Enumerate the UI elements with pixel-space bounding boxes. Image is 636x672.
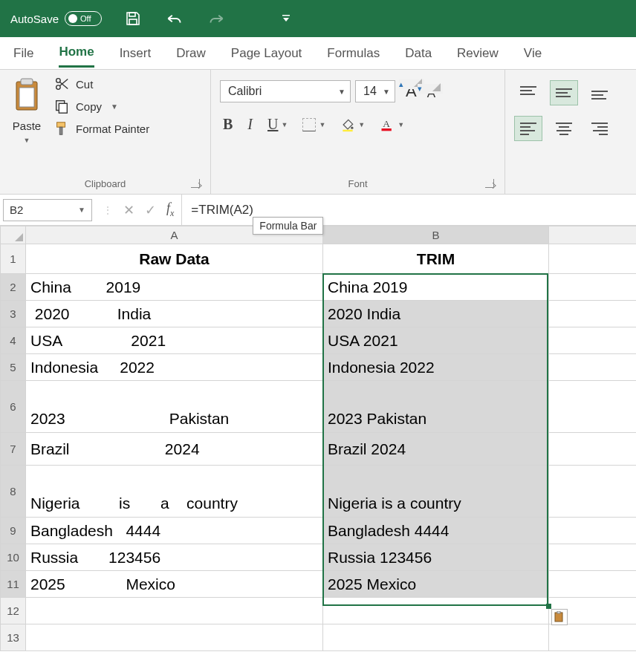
row-header[interactable]: 2	[1, 274, 26, 301]
cell[interactable]	[549, 354, 637, 381]
cell[interactable]	[549, 244, 637, 274]
cell[interactable]	[549, 327, 637, 354]
font-name-combo[interactable]: Calibri ▼	[220, 80, 351, 102]
col-header-c[interactable]	[549, 226, 637, 244]
chevron-down-icon[interactable]: ▼	[111, 102, 118, 111]
increase-font-button[interactable]: A▴	[406, 82, 417, 101]
dialog-launcher-icon[interactable]	[485, 179, 494, 188]
autosave-toggle[interactable]: AutoSave Off	[10, 11, 102, 26]
cell[interactable]	[549, 544, 637, 571]
formula-input[interactable]: =TRIM(A2) Formula Bar	[181, 195, 636, 225]
tab-home[interactable]: Home	[59, 39, 94, 68]
fill-color-button[interactable]: ▼	[340, 117, 365, 132]
cell[interactable]	[549, 301, 637, 327]
cell[interactable]: 2023 Pakistan	[323, 381, 549, 433]
fx-icon[interactable]: fx	[166, 200, 174, 219]
align-top-button[interactable]	[514, 80, 542, 105]
svg-rect-19	[555, 613, 562, 622]
format-painter-button[interactable]: Format Painter	[53, 120, 149, 137]
cell[interactable]: 2020 India	[26, 301, 323, 327]
border-button[interactable]: ▼	[302, 118, 325, 131]
cell-b1[interactable]: TRIM	[323, 244, 549, 274]
cut-button[interactable]: Cut	[53, 76, 149, 92]
cell[interactable]: 2020 India	[323, 301, 549, 327]
tab-review[interactable]: Review	[457, 40, 499, 67]
col-header-b[interactable]: B	[323, 226, 549, 244]
cell[interactable]: Brazil 2024	[26, 433, 323, 466]
accept-formula-icon[interactable]: ✓	[145, 202, 156, 218]
cell[interactable]: Russia 123456	[323, 544, 549, 571]
paste-button[interactable]: Paste ▼	[9, 76, 45, 146]
tab-data[interactable]: Data	[405, 40, 432, 67]
undo-icon[interactable]	[164, 8, 185, 29]
decrease-font-button[interactable]: A▾	[427, 86, 435, 101]
cell[interactable]: Nigeria is a country	[323, 466, 549, 518]
align-left-button[interactable]	[514, 116, 542, 141]
cell[interactable]: China 2019	[26, 274, 323, 301]
underline-button[interactable]: U▼	[267, 116, 288, 133]
svg-rect-5	[21, 79, 33, 85]
row-header[interactable]: 13	[1, 624, 26, 651]
row-header[interactable]: 10	[1, 544, 26, 571]
bold-button[interactable]: B	[223, 116, 233, 133]
row-header[interactable]: 4	[1, 327, 26, 354]
cell[interactable]: USA 2021	[323, 327, 549, 354]
align-middle-button[interactable]	[550, 80, 578, 105]
cell[interactable]: Indonesia 2022	[323, 354, 549, 381]
cell[interactable]	[549, 466, 637, 518]
cell[interactable]: 2023 Pakistan	[26, 381, 323, 433]
italic-button[interactable]: I	[247, 116, 253, 133]
row-header[interactable]: 3	[1, 301, 26, 327]
cell[interactable]	[549, 433, 637, 466]
cell[interactable]	[549, 381, 637, 433]
row-header[interactable]: 11	[1, 571, 26, 598]
name-box[interactable]: B2 ▼	[3, 199, 92, 221]
row-header[interactable]: 12	[1, 598, 26, 624]
dialog-launcher-icon[interactable]	[191, 179, 200, 188]
cell[interactable]	[549, 624, 637, 651]
cell[interactable]: 2025 Mexico	[26, 571, 323, 598]
spreadsheet-grid[interactable]: A B 1 Raw Data TRIM 2 China 2019 China 2…	[0, 226, 636, 651]
cell[interactable]: Nigeria is a country	[26, 466, 323, 518]
copy-button[interactable]: Copy ▼	[53, 98, 149, 114]
tab-view[interactable]: Vie	[524, 40, 542, 67]
select-all-corner[interactable]	[1, 226, 26, 244]
tab-page-layout[interactable]: Page Layout	[231, 40, 302, 67]
align-center-button[interactable]	[550, 116, 578, 141]
cell[interactable]	[26, 598, 323, 624]
cell[interactable]: Indonesia 2022	[26, 354, 323, 381]
cell[interactable]: Bangladesh 4444	[323, 518, 549, 544]
cell[interactable]: USA 2021	[26, 327, 323, 354]
cell[interactable]	[323, 624, 549, 651]
row-header[interactable]: 1	[1, 244, 26, 274]
row-header[interactable]: 6	[1, 381, 26, 433]
row-header[interactable]: 8	[1, 466, 26, 518]
cell[interactable]: Bangladesh 4444	[26, 518, 323, 544]
font-size-combo[interactable]: 14 ▼	[355, 80, 395, 102]
align-right-button[interactable]	[585, 116, 614, 141]
cell[interactable]	[26, 624, 323, 651]
tab-insert[interactable]: Insert	[120, 40, 152, 67]
tab-draw[interactable]: Draw	[176, 40, 206, 67]
cell-b2-active[interactable]: China 2019	[323, 274, 549, 301]
cell[interactable]: 2025 Mexico	[323, 571, 549, 598]
cell[interactable]	[549, 274, 637, 301]
font-color-button[interactable]: A▼	[380, 117, 404, 132]
cell[interactable]: Russia 123456	[26, 544, 323, 571]
row-header[interactable]: 7	[1, 433, 26, 466]
autosave-switch[interactable]: Off	[65, 11, 102, 26]
tab-file[interactable]: File	[13, 40, 33, 67]
cell[interactable]	[323, 598, 549, 624]
save-icon[interactable]	[123, 8, 143, 29]
align-bottom-button[interactable]	[585, 80, 614, 105]
paste-options-button[interactable]	[551, 609, 568, 625]
cancel-formula-icon[interactable]: ✕	[123, 202, 134, 218]
cell[interactable]: Brazil 2024	[323, 433, 549, 466]
qat-customize-icon[interactable]	[276, 8, 296, 29]
cell[interactable]	[549, 571, 637, 598]
cell-a1[interactable]: Raw Data	[26, 244, 323, 274]
row-header[interactable]: 9	[1, 518, 26, 544]
row-header[interactable]: 5	[1, 354, 26, 381]
cell[interactable]	[549, 518, 637, 544]
tab-formulas[interactable]: Formulas	[327, 40, 380, 67]
